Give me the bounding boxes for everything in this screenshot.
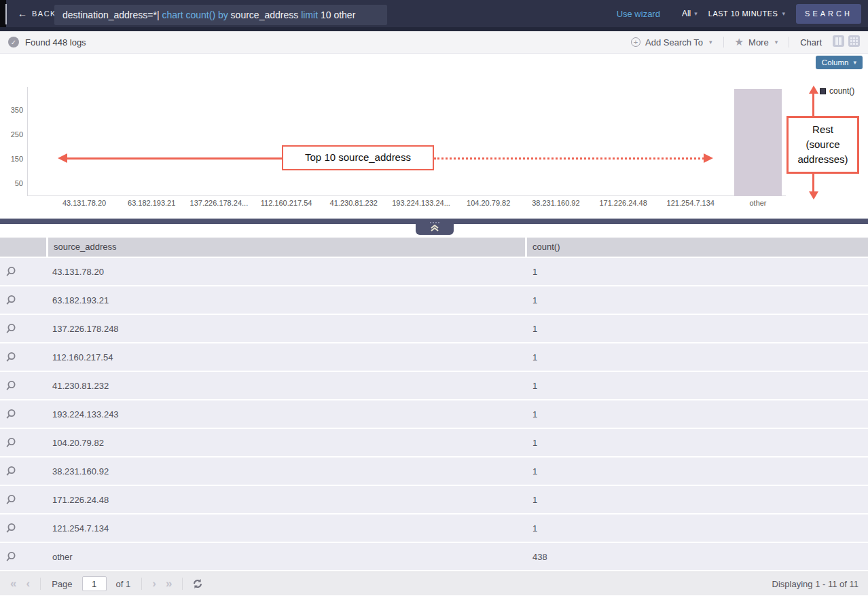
magnifier-icon: [5, 380, 16, 391]
x-axis-tick-label: 104.20.79.82: [467, 199, 510, 207]
row-source-address: 41.230.81.232: [48, 381, 527, 391]
row-search-cell[interactable]: [0, 466, 48, 476]
row-count: 1: [527, 381, 868, 391]
check-circle-icon: ✓: [8, 37, 19, 48]
found-logs-text: Found 448 logs: [25, 37, 86, 48]
magnifier-icon: [5, 295, 16, 305]
search-query-input[interactable]: destination_address=*| chart count() by …: [54, 5, 387, 25]
annotation-arrow-right-icon: [704, 153, 713, 163]
more-label: More: [748, 37, 769, 48]
chevron-down-icon: ▾: [709, 39, 712, 45]
row-source-address: 38.231.160.92: [48, 466, 527, 476]
divider: [141, 578, 142, 590]
chart-type-dropdown[interactable]: Column ▾: [816, 56, 863, 69]
back-label: BACK: [32, 10, 56, 18]
search-button[interactable]: SEARCH: [796, 4, 861, 24]
table-row[interactable]: 193.224.133.243 1: [0, 400, 868, 428]
x-axis: [27, 195, 786, 196]
x-axis-tick-label: 171.226.24.48: [599, 199, 647, 207]
x-axis-tick-label: 43.131.78.20: [62, 199, 106, 207]
table-row[interactable]: 171.226.24.48 1: [0, 486, 868, 513]
table-row[interactable]: 137.226.178.248 1: [0, 315, 868, 342]
pagination-bar: « ‹ Page of 1 › » Displaying 1 - 11 of 1…: [0, 572, 868, 595]
first-page-button[interactable]: «: [5, 577, 21, 591]
row-search-cell[interactable]: [0, 323, 48, 334]
x-axis-tick-label: other: [749, 199, 766, 207]
magnifier-icon: [5, 409, 16, 419]
double-chevron-up-icon: [430, 225, 439, 231]
annotation-arrow-down-shaft: [812, 174, 814, 193]
chart-section-label: Chart: [800, 37, 822, 48]
scope-dropdown[interactable]: All: [682, 9, 691, 18]
table-row[interactable]: 38.231.160.92 1: [0, 457, 868, 485]
query-keyword: chart count() by: [162, 10, 228, 20]
add-search-to-menu[interactable]: + Add Search To ▾: [631, 37, 712, 48]
last-page-button[interactable]: »: [161, 577, 177, 591]
grid-view-icon[interactable]: [848, 35, 860, 49]
refresh-button[interactable]: [188, 578, 207, 589]
row-search-cell[interactable]: [0, 551, 48, 562]
table-row[interactable]: other 438: [0, 543, 868, 570]
table-row[interactable]: 41.230.81.232 1: [0, 372, 868, 399]
split-view-icon[interactable]: [833, 35, 844, 49]
row-count: 1: [527, 295, 868, 305]
row-count: 1: [527, 267, 868, 277]
chevron-down-icon[interactable]: ▾: [694, 10, 698, 17]
row-search-cell[interactable]: [0, 352, 48, 362]
page-label: Page: [52, 579, 72, 589]
row-source-address: 137.226.178.248: [48, 324, 527, 334]
row-search-cell[interactable]: [0, 523, 48, 534]
header-count[interactable]: count(): [527, 238, 868, 257]
row-search-cell[interactable]: [0, 409, 48, 419]
row-search-cell[interactable]: [0, 494, 48, 505]
row-count: 1: [527, 523, 868, 534]
top-search-bar: ← BACK destination_address=*| chart coun…: [0, 0, 868, 31]
row-source-address: 121.254.7.134: [48, 523, 527, 534]
header-source-address[interactable]: source_address: [48, 238, 525, 257]
row-source-address: 112.160.217.54: [48, 352, 527, 362]
back-button[interactable]: ← BACK: [18, 0, 56, 27]
magnifier-icon: [5, 523, 16, 534]
next-page-button[interactable]: ›: [147, 577, 161, 591]
row-count: 1: [527, 324, 868, 334]
y-axis: [27, 87, 28, 196]
pagination-controls: « ‹ Page of 1 › »: [5, 576, 207, 591]
row-search-cell[interactable]: [0, 380, 48, 391]
time-range-dropdown[interactable]: LAST 10 MINUTES: [708, 10, 778, 18]
magnifier-icon: [5, 323, 16, 334]
chart-bar[interactable]: [734, 89, 782, 196]
table-row[interactable]: 104.20.79.82 1: [0, 429, 868, 456]
chart-type-label: Column: [822, 58, 849, 67]
drag-dots-icon: [430, 222, 439, 223]
collapse-panel-handle[interactable]: [416, 219, 454, 235]
row-count: 1: [527, 495, 868, 505]
row-source-address: other: [48, 552, 527, 562]
row-search-cell[interactable]: [0, 266, 48, 277]
page-number-input[interactable]: [82, 576, 107, 591]
status-right-group: + Add Search To ▾ ★ More ▾ Chart: [631, 31, 860, 53]
use-wizard-link[interactable]: Use wizard: [617, 9, 660, 19]
chevron-down-icon: ▾: [775, 39, 778, 45]
annotation-arrow-left-icon: [58, 153, 67, 163]
magnifier-icon: [5, 466, 16, 476]
table-header: source_address count(): [0, 238, 868, 257]
page-of-label: of 1: [116, 579, 131, 589]
topbar-right-group: Use wizard All ▾ LAST 10 MINUTES ▾ SEARC…: [617, 0, 861, 27]
row-search-cell[interactable]: [0, 437, 48, 448]
table-row[interactable]: 112.160.217.54 1: [0, 343, 868, 371]
table-row[interactable]: 43.131.78.20 1: [0, 258, 868, 285]
row-search-cell[interactable]: [0, 295, 48, 305]
legend-label: count(): [829, 86, 854, 96]
row-count: 1: [527, 438, 868, 448]
row-source-address: 63.182.193.21: [48, 295, 527, 305]
rest-line-3: addresses): [789, 152, 857, 167]
annotation-rest-box: Rest (source addresses): [786, 116, 859, 174]
chevron-down-icon[interactable]: ▾: [782, 10, 785, 17]
x-axis-tick-label: 121.254.7.134: [667, 199, 715, 207]
query-keyword: limit: [301, 10, 318, 20]
prev-page-button[interactable]: ‹: [21, 577, 35, 591]
table-row[interactable]: 63.182.193.21 1: [0, 286, 868, 314]
table-row[interactable]: 121.254.7.134 1: [0, 515, 868, 542]
rest-line-2: (source: [789, 137, 857, 152]
more-menu[interactable]: ★ More ▾: [735, 36, 778, 48]
